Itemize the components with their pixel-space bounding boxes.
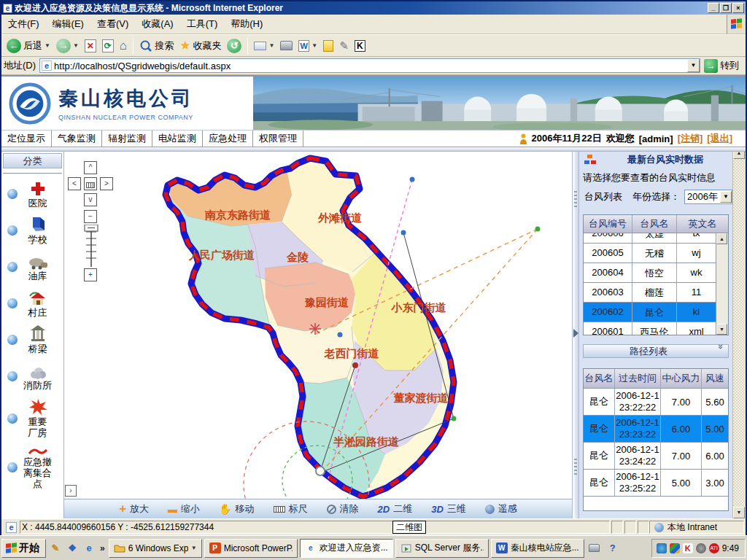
quicklaunch-icon-2[interactable]: ❖	[65, 541, 80, 556]
address-input[interactable]: e http://localhost/QSgridwebgis/default.…	[39, 58, 700, 73]
path-list-bar[interactable]: 路径列表 »	[583, 344, 729, 358]
tab-emergency-handle[interactable]: 应急处理	[203, 131, 253, 147]
scroll-up-icon[interactable]: ▲	[716, 233, 727, 244]
close-button[interactable]: ×	[732, 3, 744, 13]
home-button[interactable]: ⌂	[117, 36, 129, 56]
discuss-button[interactable]	[321, 36, 336, 56]
minimize-button[interactable]: _	[708, 3, 719, 13]
search-button[interactable]: 搜索	[137, 36, 176, 56]
panel-splitter[interactable]	[572, 147, 579, 518]
sidebar-item-important-plant[interactable]: 重要厂房	[1, 394, 63, 442]
address-dropdown[interactable]: ▼	[687, 59, 700, 72]
messenger-button[interactable]: ✎	[337, 36, 351, 56]
help-tray-icon[interactable]: ?	[605, 540, 621, 557]
zoom-slider[interactable]	[80, 225, 102, 270]
typhoon-row[interactable]: 200603榴莲11	[584, 283, 716, 303]
menu-tools[interactable]: 工具(T)	[180, 15, 225, 34]
back-button[interactable]: ←后退▼	[4, 36, 53, 56]
sidebar-item-village[interactable]: 村庄	[1, 285, 63, 322]
sidebar-item-oil-depot[interactable]: 油库	[1, 249, 63, 285]
tray-icon-4[interactable]	[696, 543, 706, 553]
pan-down-button[interactable]: v	[84, 193, 97, 206]
path-row[interactable]: 昆仑2006-12-123:24:227.006.00	[584, 443, 728, 470]
sidebar-item-fire-station[interactable]: 消防所	[1, 358, 63, 394]
ruler-tool[interactable]: 标尺	[274, 502, 308, 516]
zoom-in-tool[interactable]: +放大	[119, 502, 149, 516]
clear-tool[interactable]: 清除	[327, 502, 359, 516]
full-extent-button[interactable]	[84, 177, 97, 190]
typhoon-row-selected[interactable]: 200602昆仑kl	[584, 303, 716, 322]
pan-left-button[interactable]: <	[68, 177, 81, 190]
stop-button[interactable]: ✕	[82, 36, 98, 56]
tray-icon-2[interactable]	[670, 543, 680, 553]
task-sql-server[interactable]: SQL Server 服务...	[395, 539, 489, 558]
restore-button[interactable]: ❐	[720, 3, 732, 13]
tray-icon-3[interactable]: K	[683, 543, 693, 553]
history-button[interactable]: ↺	[225, 36, 244, 56]
menu-help[interactable]: 帮助(H)	[224, 15, 269, 34]
favorites-button[interactable]: ★收藏夹	[177, 36, 223, 56]
typhoon-row[interactable]: 200605无稽wj	[584, 244, 716, 263]
typhoon-row[interactable]: 200601西马伦xml	[584, 322, 716, 335]
exit-link[interactable]: [退出]	[707, 132, 732, 145]
clear-icon	[327, 505, 336, 514]
sidebar-item-hospital[interactable]: 医院	[1, 176, 63, 212]
task-ie-current[interactable]: e 欢迎进入应急资...	[300, 539, 393, 558]
edit-word-button[interactable]: W▼	[296, 36, 320, 56]
district-label: 人民广场街道	[188, 249, 255, 261]
windows-flag-icon	[6, 542, 16, 553]
menu-favorites[interactable]: 收藏(A)	[135, 15, 179, 34]
year-select[interactable]: 2006年 ▼	[684, 190, 732, 204]
tray-icon-5[interactable]: ATI	[709, 543, 719, 553]
print-button[interactable]	[278, 36, 295, 56]
quicklaunch-ie-icon[interactable]: e	[82, 541, 96, 556]
map-area[interactable]: 南京东路街道 外滩街道 人民广场街道 金陵 豫园街道 小东门街道 老西门街道 董…	[64, 147, 572, 518]
quicklaunch-icon-1[interactable]: ✎	[48, 541, 63, 556]
view-2d-tool[interactable]: 2D二维	[378, 502, 413, 516]
menu-edit[interactable]: 编辑(E)	[46, 15, 90, 34]
antivirus-button[interactable]: K	[352, 36, 368, 56]
page-scrollbar[interactable]: ▲ ▼	[732, 147, 746, 518]
menu-file[interactable]: 文件(F)	[1, 15, 46, 34]
zoom-out-tool[interactable]: ▬缩小	[168, 502, 200, 516]
path-row[interactable]: 昆仑2006-12-123:22:227.005.60	[584, 389, 728, 416]
view-3d-tool[interactable]: 3D三维	[431, 502, 466, 516]
start-button[interactable]: 开始	[1, 539, 46, 558]
sidebar-item-assembly-point[interactable]: 应急撤离集合点	[1, 442, 63, 493]
path-row-selected[interactable]: 昆仑2006-12-123:23:226.005.00	[584, 416, 728, 443]
tab-radiation-monitor[interactable]: 辐射监测	[102, 131, 152, 147]
path-row[interactable]: 昆仑2006-12-123:25:225.003.00	[584, 470, 728, 497]
tab-permission[interactable]: 权限管理	[253, 131, 303, 147]
pan-tool[interactable]: ✋移动	[219, 502, 254, 516]
typhoon-table-scrollbar[interactable]: ▲ ▼	[716, 233, 728, 335]
expand-button[interactable]: ›	[65, 485, 77, 497]
printer-tray-icon[interactable]	[587, 540, 603, 557]
tab-location-display[interactable]: 定位显示	[1, 131, 52, 147]
bullet-icon	[7, 262, 18, 272]
sidebar-item-school[interactable]: 学校	[1, 212, 63, 249]
scroll-down-icon[interactable]: ▼	[733, 507, 745, 518]
remote-sensing-tool[interactable]: 遥感	[485, 502, 517, 516]
go-button[interactable]: →转到	[704, 59, 743, 73]
task-powerpoint[interactable]: P Microsoft PowerP...	[204, 539, 298, 558]
task-windows-explorer[interactable]: 6 Windows Expl...▼	[109, 539, 202, 558]
forward-button[interactable]: →▼	[54, 36, 81, 56]
pan-up-button[interactable]: ^	[84, 161, 97, 174]
zoom-out-button[interactable]: −	[84, 210, 97, 223]
pan-right-button[interactable]: >	[100, 177, 113, 190]
mail-button[interactable]: ▼	[252, 36, 276, 56]
logout-link[interactable]: [注销]	[678, 132, 703, 145]
task-qinshan-doc[interactable]: W 秦山核电站应急...	[491, 539, 584, 558]
zoom-in-button[interactable]: +	[84, 268, 97, 281]
menu-view[interactable]: 查看(V)	[90, 15, 135, 34]
refresh-button[interactable]: ⟳	[100, 36, 116, 56]
tab-weather-monitor[interactable]: 气象监测	[52, 131, 102, 147]
typhoon-row[interactable]: 200606太虚tx	[584, 233, 716, 244]
typhoon-row[interactable]: 200604悟空wk	[584, 263, 716, 283]
scroll-down-icon[interactable]: ▼	[716, 324, 727, 335]
tab-station-monitor[interactable]: 电站监测	[152, 131, 203, 147]
sidebar-item-bridge[interactable]: 桥梁	[1, 322, 63, 358]
tray-icon-1[interactable]	[657, 543, 667, 553]
clock: 9:49	[722, 543, 739, 553]
map-mode-tooltip: 二维图	[392, 521, 426, 534]
